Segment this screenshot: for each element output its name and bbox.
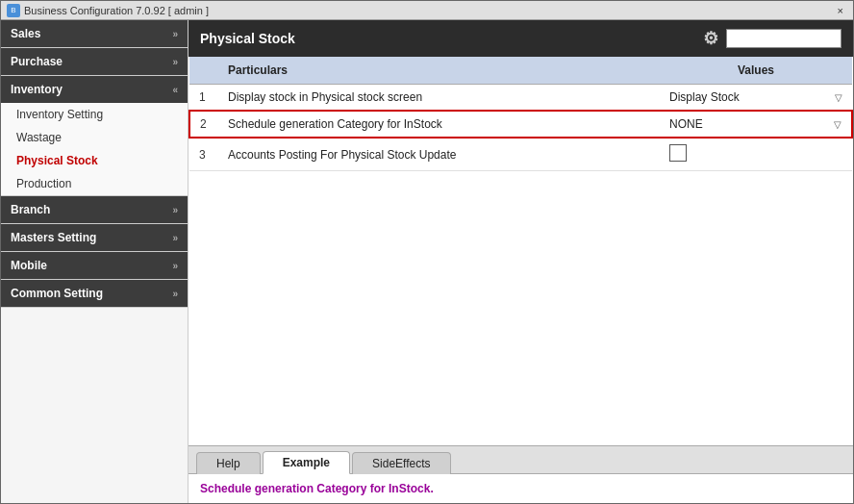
bottom-section: HelpExampleSideEffects Schedule generati… xyxy=(188,445,853,503)
chevron-masters-setting: » xyxy=(172,233,178,243)
tab-sideeffects[interactable]: SideEffects xyxy=(352,452,450,474)
panel-header: Physical Stock ⚙ xyxy=(188,20,853,57)
sidebar-label-branch: Branch xyxy=(11,203,50,216)
chevron-common-setting: » xyxy=(172,289,178,299)
tab-example[interactable]: Example xyxy=(263,451,350,474)
tab-content: Schedule generation Category for InStock… xyxy=(188,473,853,503)
sidebar-label-masters-setting: Masters Setting xyxy=(11,231,96,244)
row-particular: Display stock in Physical stock screen xyxy=(218,85,660,112)
row-particular: Accounts Posting For Physical Stock Upda… xyxy=(218,138,660,171)
settings-table: Particulars Values 1Display stock in Phy… xyxy=(188,57,853,171)
row-value[interactable] xyxy=(660,138,852,171)
table-header: Particulars Values xyxy=(189,57,852,85)
chevron-branch: » xyxy=(172,205,178,215)
sidebar-header-purchase[interactable]: Purchase» xyxy=(1,48,188,75)
dropdown-value: NONE xyxy=(669,117,703,131)
dropdown-arrow-icon[interactable]: ▽ xyxy=(835,92,842,103)
col-num xyxy=(189,57,218,85)
panel-title: Physical Stock xyxy=(200,31,295,46)
table-row[interactable]: 1Display stock in Physical stock screenD… xyxy=(189,85,852,112)
window-title: Business Configuration 7.0.92 [ admin ] xyxy=(24,5,209,16)
checkbox-input[interactable] xyxy=(669,144,687,162)
table-row[interactable]: 2Schedule generation Category for InStoc… xyxy=(189,111,852,138)
app-icon: B xyxy=(7,4,20,17)
sidebar-header-inventory[interactable]: Inventory« xyxy=(1,76,188,103)
row-value[interactable]: NONE▽ xyxy=(660,111,852,138)
sidebar-item-production[interactable]: Production xyxy=(1,172,188,195)
sidebar-section-masters-setting: Masters Setting» xyxy=(1,224,188,252)
sidebar-label-inventory: Inventory xyxy=(11,83,63,96)
main-content: Sales»Purchase»Inventory«Inventory Setti… xyxy=(1,20,853,503)
sidebar-section-common-setting: Common Setting» xyxy=(1,280,188,308)
sidebar-label-sales: Sales xyxy=(11,27,40,40)
main-window: B Business Configuration 7.0.92 [ admin … xyxy=(0,0,854,504)
col-values: Values xyxy=(660,57,852,85)
sidebar-header-common-setting[interactable]: Common Setting» xyxy=(1,280,188,307)
sidebar-items-inventory: Inventory SettingWastagePhysical StockPr… xyxy=(1,103,188,195)
chevron-mobile: » xyxy=(172,261,178,271)
close-button[interactable]: × xyxy=(834,5,847,16)
row-value[interactable]: Display Stock▽ xyxy=(660,85,852,112)
sidebar-header-mobile[interactable]: Mobile» xyxy=(1,252,188,279)
sidebar-item-physical-stock[interactable]: Physical Stock xyxy=(1,149,188,172)
table-row[interactable]: 3Accounts Posting For Physical Stock Upd… xyxy=(189,138,852,171)
row-num: 1 xyxy=(189,85,218,112)
tab-info-text: Schedule generation Category for InStock… xyxy=(200,482,434,495)
sidebar-label-mobile: Mobile xyxy=(11,259,47,272)
chevron-inventory: « xyxy=(172,85,178,95)
row-num: 2 xyxy=(189,111,218,138)
sidebar-header-masters-setting[interactable]: Masters Setting» xyxy=(1,224,188,251)
chevron-purchase: » xyxy=(172,57,178,67)
sidebar-section-mobile: Mobile» xyxy=(1,252,188,280)
sidebar-header-branch[interactable]: Branch» xyxy=(1,196,188,223)
dropdown-value: Display Stock xyxy=(669,90,740,104)
sidebar-label-purchase: Purchase xyxy=(11,55,63,68)
panel-header-right: ⚙ xyxy=(703,28,841,49)
table-container: Particulars Values 1Display stock in Phy… xyxy=(188,57,853,445)
sidebar-section-branch: Branch» xyxy=(1,196,188,224)
row-num: 3 xyxy=(189,138,218,171)
col-particulars: Particulars xyxy=(218,57,660,85)
dropdown-arrow-icon[interactable]: ▽ xyxy=(834,119,841,130)
gear-icon[interactable]: ⚙ xyxy=(703,28,718,49)
titlebar-left: B Business Configuration 7.0.92 [ admin … xyxy=(7,4,209,17)
titlebar: B Business Configuration 7.0.92 [ admin … xyxy=(1,1,853,20)
row-particular: Schedule generation Category for InStock xyxy=(218,111,660,138)
sidebar-header-sales[interactable]: Sales» xyxy=(1,20,188,47)
sidebar-section-inventory: Inventory«Inventory SettingWastagePhysic… xyxy=(1,76,188,196)
sidebar-item-wastage[interactable]: Wastage xyxy=(1,126,188,149)
table-body: 1Display stock in Physical stock screenD… xyxy=(189,85,852,171)
sidebar-section-sales: Sales» xyxy=(1,20,188,48)
sidebar-item-inventory-setting[interactable]: Inventory Setting xyxy=(1,103,188,126)
sidebar-section-purchase: Purchase» xyxy=(1,48,188,76)
tabs-bar: HelpExampleSideEffects xyxy=(188,446,853,473)
chevron-sales: » xyxy=(172,29,178,39)
tab-help[interactable]: Help xyxy=(196,452,261,474)
search-input[interactable] xyxy=(726,29,841,48)
sidebar-label-common-setting: Common Setting xyxy=(11,287,103,300)
right-panel: Physical Stock ⚙ Particulars Values xyxy=(188,20,853,503)
sidebar: Sales»Purchase»Inventory«Inventory Setti… xyxy=(1,20,188,503)
